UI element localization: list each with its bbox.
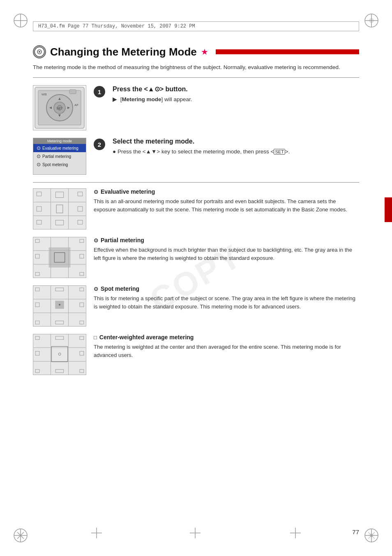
step-1-arrow: ▶	[113, 96, 117, 102]
partial-metering-body: Effective when the background is much br…	[94, 246, 359, 262]
menu-item-evaluative: ⊙ Evaluative metering	[33, 144, 86, 152]
bottom-center-cross	[189, 527, 201, 540]
evaluative-metering-image	[33, 188, 86, 229]
step-1-number: 1	[94, 86, 105, 97]
evaluative-metering-content: ⊙ Evaluative metering This is an all-aro…	[94, 188, 359, 214]
step-1-row: SET WB AF ▲ ▼ ◄ ► 1 Press the <▲⊙> butto…	[33, 85, 359, 130]
page-subtitle: The metering mode is the method of measu…	[33, 63, 359, 78]
center-weighted-title-text: Center-weighted average metering	[99, 334, 194, 341]
svg-point-6	[369, 18, 374, 23]
step-2-number: 2	[94, 139, 105, 150]
corner-br	[363, 527, 380, 544]
menu-item-spot-icon: ⊙	[37, 162, 41, 167]
partial-metering-title: ⊙ Partial metering	[94, 237, 359, 243]
step-1-title: Press the <▲⊙> button.	[113, 85, 359, 93]
center-weighted-section: □ Center-weighted average metering The m…	[33, 334, 359, 375]
menu-item-partial: ⊙ Partial metering	[33, 152, 86, 160]
spot-metering-image	[33, 285, 86, 327]
title-icon	[33, 45, 46, 58]
menu-diagram: Metering mode ⊙ Evaluative metering ⊙ Pa…	[33, 138, 86, 175]
menu-title-bar-label: Metering mode	[33, 138, 86, 144]
camera-diagram: SET WB AF ▲ ▼ ◄ ►	[33, 85, 86, 130]
partial-metering-image	[33, 237, 86, 278]
partial-metering-section: ⊙ Partial metering Effective when the ba…	[33, 237, 359, 278]
svg-text:◄: ◄	[48, 105, 53, 110]
evaluative-metering-section: ⊙ Evaluative metering This is an all-aro…	[33, 188, 359, 229]
spot-metering-title: ⊙ Spot metering	[94, 285, 359, 292]
step-2-image: Metering mode ⊙ Evaluative metering ⊙ Pa…	[33, 138, 86, 175]
separator	[33, 182, 359, 183]
svg-rect-40	[33, 189, 85, 229]
spot-metering-body: This is for metering a specific part of …	[94, 294, 359, 311]
menu-item-label: Evaluative metering	[42, 146, 78, 151]
spot-icon: ⊙	[94, 286, 98, 292]
svg-text:▲: ▲	[58, 96, 62, 101]
menu-item-spot: ⊙ Spot metering	[33, 160, 86, 169]
step-2-title: Select the metering mode.	[113, 138, 359, 145]
svg-rect-35	[69, 90, 76, 94]
svg-point-81	[59, 304, 60, 306]
main-content: Changing the Metering Mode ★ The meterin…	[33, 45, 359, 523]
center-weighted-content: □ Center-weighted average metering The m…	[94, 334, 359, 359]
svg-rect-82	[33, 334, 85, 375]
svg-text:▼: ▼	[58, 113, 62, 118]
svg-text:►: ►	[67, 105, 71, 110]
title-bar-decoration	[216, 49, 359, 54]
center-weighted-title: □ Center-weighted average metering	[94, 334, 359, 341]
svg-point-26	[39, 51, 40, 53]
partial-metering-content: ⊙ Partial metering Effective when the ba…	[94, 237, 359, 262]
spot-title-text: Spot metering	[101, 285, 139, 292]
step-2-content: Select the metering mode. ● Press the <▲…	[113, 138, 359, 156]
title-star: ★	[201, 47, 208, 57]
spot-metering-content: ⊙ Spot metering This is for metering a s…	[94, 285, 359, 311]
bottom-right-cross	[289, 527, 302, 540]
file-info-text: H73_04.fm Page 77 Thursday, November 15,…	[38, 23, 195, 29]
page-number: 77	[352, 528, 359, 535]
page-title-row: Changing the Metering Mode ★	[33, 45, 359, 58]
page-heading: Changing the Metering Mode	[50, 46, 197, 58]
center-weighted-icon: □	[94, 334, 97, 341]
step-2-body: ● Press the <▲▼> key to select the meter…	[113, 148, 359, 156]
svg-text:WB: WB	[42, 93, 47, 96]
corner-tl	[12, 12, 29, 29]
evaluative-metering-title: ⊙ Evaluative metering	[94, 188, 359, 195]
evaluative-metering-body: This is an all-around metering mode suit…	[94, 197, 359, 214]
step-1-content: Press the <▲⊙> button. ▶ [Metering mode]…	[113, 85, 359, 104]
evaluative-icon: ⊙	[94, 189, 98, 195]
partial-icon: ⊙	[94, 237, 98, 243]
svg-text:SET: SET	[56, 107, 63, 110]
file-info-bar: H73_04.fm Page 77 Thursday, November 15,…	[33, 21, 359, 31]
section-tab	[385, 197, 392, 222]
partial-title-text: Partial metering	[101, 237, 144, 243]
svg-point-17	[370, 534, 373, 537]
center-weighted-image	[33, 334, 86, 375]
menu-item-icon: ⊙	[37, 145, 41, 151]
step-1-body: ▶ [Metering mode] will appear.	[113, 95, 359, 104]
step-1-image: SET WB AF ▲ ▼ ◄ ►	[33, 85, 86, 130]
svg-rect-55	[49, 248, 71, 268]
bottom-left-cross	[90, 527, 103, 540]
menu-item-partial-icon: ⊙	[37, 153, 41, 159]
evaluative-title-text: Evaluative metering	[101, 188, 155, 195]
center-weighted-body: The metering is weighted at the center a…	[94, 343, 359, 359]
spot-metering-section: ⊙ Spot metering This is for metering a s…	[33, 285, 359, 327]
menu-item-spot-label: Spot metering	[42, 162, 68, 167]
corner-tr	[363, 12, 380, 29]
step-2-row: Metering mode ⊙ Evaluative metering ⊙ Pa…	[33, 138, 359, 175]
svg-text:AF: AF	[74, 103, 78, 107]
corner-bl	[12, 527, 29, 544]
menu-item-partial-label: Partial metering	[42, 154, 71, 159]
